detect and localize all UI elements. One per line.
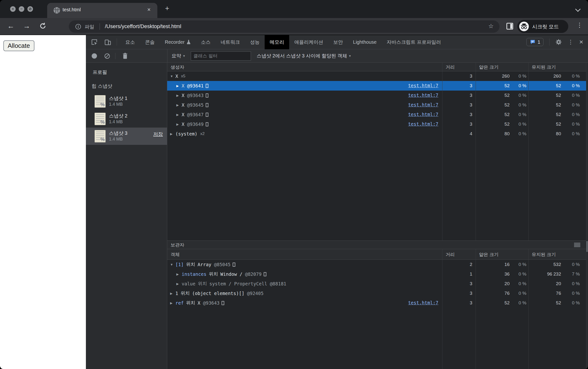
settings-gear-icon[interactable] [555,39,562,45]
tab-memory[interactable]: 메모리 [265,35,289,49]
expand-arrow[interactable]: ▼ [169,74,175,78]
expand-arrow[interactable]: ▶ [175,84,182,88]
side-panel-icon[interactable] [506,23,513,30]
address-bar[interactable]: 파일 /Users/yceffort/Desktop/test.html ☆ [69,20,499,33]
class-filter-input[interactable] [191,51,251,60]
constructor-row-selected[interactable]: ▶X@93641test.html:7 3 520 % 520 % [167,81,586,90]
retainers-title: 보관자 [171,242,184,248]
tab-security[interactable]: 보안 [328,35,348,49]
source-link[interactable]: test.html:7 [408,300,438,305]
bookmark-star-icon[interactable]: ☆ [488,23,494,30]
tab-sources[interactable]: 소스 [196,35,216,49]
scrollbar-track[interactable] [586,63,588,369]
allocation-scope-select[interactable]: 스냅샷 2에서 스냅샷 3 사이에 할당된 객체▼ [257,53,351,59]
browser-tab[interactable]: test.html × [47,3,157,18]
constructor-row[interactable]: ▶X@93643test.html:7 3 520 % 520 % [167,90,586,100]
column-divider[interactable] [528,63,529,240]
tab-recorder[interactable]: Recorder [160,35,196,49]
source-link[interactable]: test.html:7 [408,92,438,98]
retainer-row[interactable]: ▶1위치(object elements)[]@92405 3 760 % 76… [167,289,586,298]
column-divider[interactable] [476,63,476,240]
object-glyph-icon [221,301,224,305]
expand-arrow[interactable]: ▶ [175,103,182,107]
snapshot-size: 1.4 MB [109,120,123,124]
back-icon[interactable]: ← [7,22,14,30]
view-mode-select[interactable]: 요약▼ [171,53,186,59]
reload-icon[interactable] [39,22,47,30]
expand-arrow[interactable]: ▶ [175,282,182,286]
tab-search-chevron-icon[interactable] [575,7,581,12]
issues-badge[interactable]: 1 [526,38,544,46]
tab-console[interactable]: 콘솔 [140,35,160,49]
window-minimize-button[interactable]: − [19,6,24,12]
scrollbar-thumb[interactable] [586,241,588,252]
new-tab-button[interactable]: + [165,4,169,12]
tab-elements[interactable]: 요소 [120,35,140,49]
trash-icon[interactable] [122,53,128,59]
tab-lighthouse[interactable]: Lighthouse [348,35,382,49]
memory-toolbar: 요약▼ 스냅샷 2에서 스냅샷 3 사이에 할당된 객체▼ [86,49,588,63]
constructor-row[interactable]: ▶X@93645test.html:7 3 520 % 520 % [167,100,586,110]
expand-arrow[interactable]: ▶ [175,122,182,126]
incognito-badge: 시크릿 모드 [517,20,568,33]
expand-arrow[interactable]: ▶ [175,113,182,117]
allocate-button[interactable]: Allocate [3,40,34,51]
retainer-row[interactable]: ▶value위치system / PropertyCell@88181 3 20… [167,279,586,289]
clear-icon[interactable] [104,53,110,59]
retainer-row[interactable]: ▼[1]위치Array@85045 2 160 % 5320 % [167,260,586,269]
snapshot-name: 스냅샷 3 [109,130,127,136]
retainers-menu-icon[interactable] [574,243,580,247]
window-close-button[interactable]: × [10,6,16,12]
source-link[interactable]: test.html:7 [408,83,438,88]
url-text[interactable]: /Users/yceffort/Desktop/test.html [105,23,181,30]
snapshot-item[interactable]: % 스냅샷 1 1.4 MB [86,93,167,110]
expand-arrow[interactable]: ▶ [169,292,175,295]
column-divider[interactable] [476,249,476,369]
expand-arrow[interactable]: ▶ [175,94,182,97]
snapshot-icon: % [94,95,106,108]
constructors-header[interactable]: 생성자 거리 얕은 크기 유지된 크기 [167,63,588,71]
retainer-row[interactable]: ▶instances위치Window /@82079 1 360 % 96 23… [167,269,586,279]
tab-js-profiler[interactable]: 자바스크립트 프로파일러 [382,35,446,49]
retainers-header[interactable]: 객체 거리 얕은 크기 유지된 크기 [167,249,588,260]
expand-arrow[interactable]: ▶ [175,272,182,276]
info-icon[interactable] [75,24,81,30]
snapshot-item-selected[interactable]: % 스냅샷 3 1.4 MB 저장 [86,128,167,145]
constructor-row[interactable]: ▶X@93649test.html:7 3 520 % 520 % [167,120,586,129]
constructor-row[interactable]: ▼Xx5 3 2600 % 2600 % [167,71,586,81]
snapshot-item[interactable]: % 스냅샷 2 1.4 MB [86,110,167,128]
column-divider[interactable] [528,249,529,369]
constructor-row[interactable]: ▶(system)x2 4 800 % 800 % [167,129,586,139]
browser-menu-icon[interactable]: ⋮ [577,21,583,29]
column-divider[interactable] [442,249,442,369]
tab-close-icon[interactable]: × [147,6,151,13]
tab-performance[interactable]: 성능 [245,35,265,49]
column-divider[interactable] [442,63,442,240]
source-link[interactable]: test.html:7 [408,112,438,117]
record-icon[interactable] [92,53,97,59]
source-link[interactable]: test.html:7 [408,121,438,127]
expand-arrow[interactable]: ▶ [169,132,175,136]
devtools-close-icon[interactable]: × [579,38,583,46]
toolbar-separator [115,53,116,59]
tab-title: test.html [63,7,81,12]
expand-arrow[interactable]: ▶ [169,301,175,305]
expand-arrow[interactable]: ▼ [169,263,175,266]
inspect-element-icon[interactable] [91,39,98,46]
tab-application[interactable]: 애플리케이션 [289,35,328,49]
object-glyph-icon [206,113,208,117]
source-link[interactable]: test.html:7 [408,102,438,107]
retainer-row[interactable]: ▶ref위치X@93643test.html:7 3 520 % 520 % [167,298,586,308]
device-toolbar-icon[interactable] [104,39,111,46]
sidebar-title: 프로필 [93,69,107,75]
window-zoom-button[interactable]: ⊘ [27,6,33,12]
tabbar-separator [549,39,549,46]
devtools-menu-icon[interactable]: ⋮ [568,39,574,45]
tab-network[interactable]: 네트워크 [216,35,245,49]
constructor-row[interactable]: ▶X@93647test.html:7 3 520 % 520 % [167,110,586,120]
globe-favicon-icon [53,7,61,14]
toolbar-separator [167,49,168,63]
devtools-tabbar: 요소 콘솔 Recorder 소스 네트워크 성능 메모리 애플리케이션 보안 … [86,35,588,49]
forward-icon[interactable]: → [23,22,30,30]
save-snapshot-link[interactable]: 저장 [153,131,163,137]
